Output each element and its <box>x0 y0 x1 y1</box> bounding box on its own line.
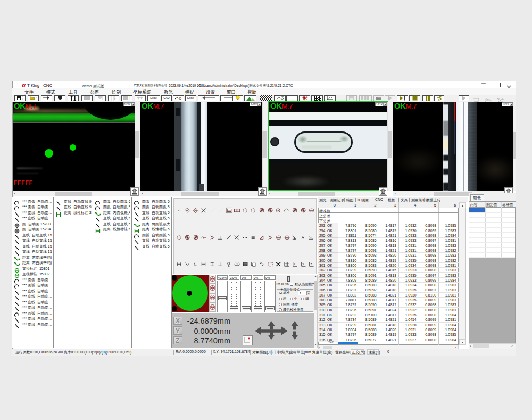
svg-text:y: y <box>302 262 304 266</box>
svg-text:z: z <box>311 262 312 266</box>
svg-text:x: x <box>294 262 296 266</box>
svg-text:B: B <box>179 97 181 100</box>
svg-text:A: A <box>301 235 304 240</box>
